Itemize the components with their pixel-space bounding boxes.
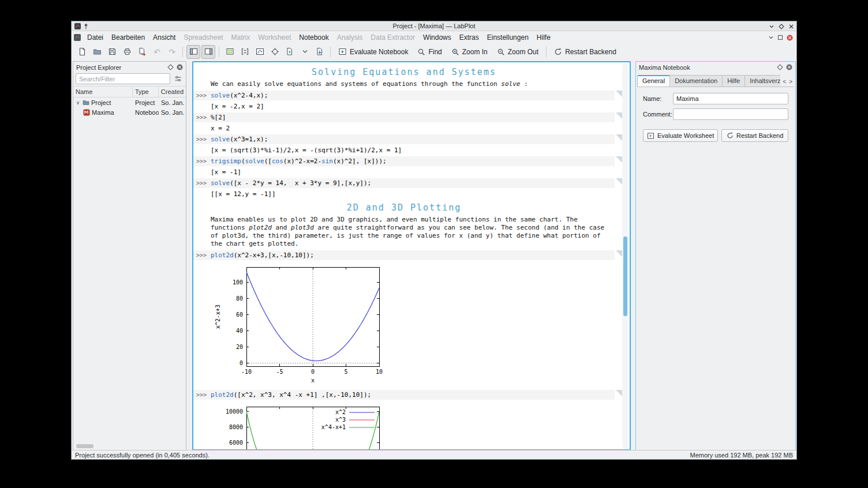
zoom-out-icon xyxy=(497,48,505,56)
new-data-extractor-button[interactable] xyxy=(268,45,282,59)
toggle-properties-explorer-button[interactable] xyxy=(201,45,215,59)
close-panel-icon[interactable] xyxy=(177,64,183,70)
column-header-created[interactable]: Created xyxy=(159,87,186,97)
zoom-out-button[interactable]: Zoom Out xyxy=(493,45,542,59)
expander-icon[interactable]: ∨ xyxy=(75,100,81,106)
svg-text:100: 100 xyxy=(233,279,243,286)
svg-text:0: 0 xyxy=(311,369,315,375)
name-label: Name: xyxy=(643,95,673,102)
new-project-button[interactable] xyxy=(75,45,89,59)
tree-row-maxima[interactable]: Maxima Notebook So. Jan. 2 18: xyxy=(73,107,186,117)
undo-button: ↶ xyxy=(150,45,164,59)
command-code[interactable]: plot2d(x^2-x+3,[x,-10,10]); xyxy=(211,251,314,259)
restart-backend-button[interactable]: Restart Backend xyxy=(550,45,620,59)
memory-usage: Memory used 192 MB, peak 192 MB xyxy=(690,452,793,459)
svg-text:20: 20 xyxy=(236,344,243,350)
evaluate-notebook-button[interactable]: Evaluate Notebook xyxy=(334,45,412,59)
restart-icon xyxy=(554,48,562,56)
tab-dokumentation[interactable]: Dokumentation xyxy=(669,75,723,87)
evaluate-worksheet-button[interactable]: Evaluate Worksheet xyxy=(643,129,718,142)
panel-title: Maxima Notebook xyxy=(639,64,777,71)
command-code[interactable]: solve(x^3=1,x); xyxy=(211,136,268,143)
horizontal-scrollbar[interactable] xyxy=(76,444,93,448)
new-worksheet-button[interactable] xyxy=(253,45,267,59)
tree-row-project[interactable]: ∨ Project Project So. Jan. 2 18: xyxy=(73,97,186,107)
redo-button: ↷ xyxy=(165,45,179,59)
desktop: { "window": { "title": "Project - [Maxim… xyxy=(0,0,868,488)
notebook-scrollbar[interactable] xyxy=(622,63,628,448)
column-header-type[interactable]: Type xyxy=(133,87,159,97)
notebook-command-cell[interactable]: >>>plot2d([x^2, x^3, x^4 -x +1] ,[x,-10,… xyxy=(193,390,615,400)
mdi-close-icon[interactable] xyxy=(787,35,793,41)
float-panel-icon[interactable] xyxy=(167,64,174,70)
toggle-project-explorer-button[interactable] xyxy=(186,45,200,59)
menu-windows[interactable]: Windows xyxy=(419,32,455,43)
new-spreadsheet-button[interactable] xyxy=(223,45,237,59)
menu-datei[interactable]: Datei xyxy=(83,32,107,43)
menu-hilfe[interactable]: Hilfe xyxy=(533,32,555,43)
import-file-button[interactable] xyxy=(313,45,327,59)
open-project-button[interactable] xyxy=(90,45,104,59)
menu-notebook[interactable]: Notebook xyxy=(295,32,332,43)
tree-column-headers[interactable]: Name Type Created xyxy=(73,86,186,97)
notebook-command-cell[interactable]: >>>solve(x^3=1,x); xyxy=(193,134,615,144)
evaluate-icon xyxy=(338,47,347,56)
filter-options-button[interactable] xyxy=(172,73,184,84)
scrollbar-thumb[interactable] xyxy=(623,237,627,316)
minimize-button[interactable] xyxy=(769,24,775,29)
menu-analysis: Analysis xyxy=(333,32,367,43)
command-code[interactable]: solve([x - 2*y = 14, x + 3*y = 9],[x,y])… xyxy=(211,179,371,187)
menu-bearbeiten[interactable]: Bearbeiten xyxy=(107,32,149,43)
search-input[interactable] xyxy=(76,73,170,84)
titlebar[interactable]: Project - [Maxima] — LabPlot xyxy=(72,21,796,31)
pin-icon[interactable] xyxy=(83,23,89,29)
menu-ansicht[interactable]: Ansicht xyxy=(149,32,179,43)
notebook-viewport[interactable]: Solving Equations and SystemsWe can easi… xyxy=(193,62,630,449)
new-notebook-backend-dropdown[interactable] xyxy=(298,45,312,59)
print-button[interactable] xyxy=(120,45,134,59)
maximize-button[interactable] xyxy=(779,24,784,29)
tab-scroll-right-icon[interactable]: > xyxy=(788,78,794,85)
tab-inhaltsverzeichnis[interactable]: Inhaltsverzeichn xyxy=(744,75,780,87)
tab-general[interactable]: General xyxy=(637,75,670,87)
restart-backend-button[interactable]: Restart Backend xyxy=(721,129,788,142)
menu-extras[interactable]: Extras xyxy=(455,32,483,43)
close-panel-icon[interactable] xyxy=(786,64,792,70)
mdi-restore-icon[interactable] xyxy=(777,35,783,40)
command-code[interactable]: trigsimp(solve([cos(x)^2-x=2-sin(x)^2], … xyxy=(211,157,387,165)
float-panel-icon[interactable] xyxy=(777,64,783,70)
notebook-command-cell[interactable]: >>>solve(x^2-4,x); xyxy=(193,91,615,100)
project-explorer-header[interactable]: Project Explorer xyxy=(73,62,186,73)
mdi-minimize-icon[interactable] xyxy=(768,35,774,40)
new-notebook-button[interactable] xyxy=(283,45,297,59)
notebook-command-cell[interactable]: >>>%[2] xyxy=(193,112,615,122)
close-button[interactable] xyxy=(788,24,794,29)
command-code[interactable]: plot2d([x^2, x^3, x^4 -x +1] ,[x,-10,10]… xyxy=(211,391,371,399)
command-code[interactable]: solve(x^2-4,x); xyxy=(211,92,268,99)
tab-hilfe[interactable]: Hilfe xyxy=(722,75,745,87)
save-project-button[interactable] xyxy=(105,45,119,59)
notebook-result-cell: [[x = 12,y = -1]] xyxy=(211,190,615,198)
maxima-notebook-icon xyxy=(83,109,90,116)
export-button[interactable] xyxy=(135,45,149,59)
notebook-result-cell: x = 2 xyxy=(211,125,615,132)
properties-header[interactable]: Maxima Notebook xyxy=(636,62,795,73)
tab-scroll-left-icon[interactable]: < xyxy=(781,78,787,85)
notebook-result-cell: [x = -1] xyxy=(211,168,615,176)
zoom-in-button[interactable]: Zoom In xyxy=(447,45,492,59)
notebook-command-cell[interactable]: >>>plot2d(x^2-x+3,[x,-10,10]); xyxy=(193,250,615,260)
notebook-result-cell: [x = (sqrt(3)*%i-1)/2,x = -(sqrt(3)*%i+1… xyxy=(211,147,615,154)
app-icon xyxy=(74,23,81,29)
find-button[interactable]: Find xyxy=(413,45,446,59)
command-code[interactable]: %[2] xyxy=(211,114,226,121)
comment-input[interactable] xyxy=(673,108,788,120)
new-matrix-button[interactable] xyxy=(238,45,252,59)
notebook-result-cell: [x = -2,x = 2] xyxy=(211,103,615,110)
svg-text:x^3: x^3 xyxy=(335,416,346,423)
name-input[interactable] xyxy=(673,93,788,104)
notebook-command-cell[interactable]: >>>trigsimp(solve([cos(x)^2-x=2-sin(x)^2… xyxy=(193,156,615,166)
menu-einstellungen[interactable]: Einstellungen xyxy=(483,32,533,43)
notebook-command-cell[interactable]: >>>solve([x - 2*y = 14, x + 3*y = 9],[x,… xyxy=(193,178,615,188)
column-header-name[interactable]: Name xyxy=(73,87,133,97)
svg-text:-5: -5 xyxy=(276,369,283,375)
